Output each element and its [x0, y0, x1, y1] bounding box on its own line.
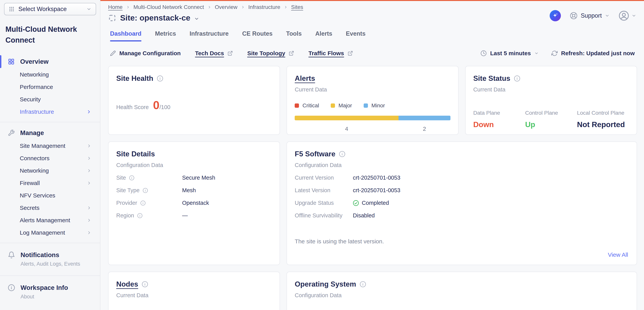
info-icon[interactable] — [514, 75, 520, 82]
tech-docs-link[interactable]: Tech Docs — [195, 50, 233, 56]
sidebar-item-label: Log Management — [20, 230, 65, 236]
sidebar-item-notifications[interactable]: Notifications Alerts, Audit Logs, Events — [0, 247, 100, 272]
tab-metrics[interactable]: Metrics — [155, 30, 176, 42]
current-version-row: Current Version crt-20250701-0053 — [295, 174, 629, 181]
info-icon[interactable] — [339, 151, 346, 157]
control-plane-status: Up — [525, 120, 577, 129]
sidebar-item-label: Secrets — [20, 204, 40, 211]
minor-count: 2 — [398, 126, 450, 132]
breadcrumb-overview[interactable]: Overview — [215, 4, 238, 10]
site-status-title: Site Status — [473, 74, 510, 82]
sidebar-item-networking-manage[interactable]: Networking — [0, 164, 100, 177]
alerts-bar-labels: 4 2 — [295, 126, 450, 132]
operating-system-title: Operating System — [295, 280, 356, 288]
current-version-value: crt-20250701-0053 — [353, 174, 400, 181]
sidebar-item-firewall[interactable]: Firewall — [0, 177, 100, 189]
breadcrumb: Home Multi-Cloud Network Connect Overvie… — [108, 4, 303, 10]
sidebar-item-infrastructure[interactable]: Infrastructure — [0, 106, 100, 118]
sidebar-item-label: NFV Services — [20, 192, 55, 199]
sidebar-item-security[interactable]: Security — [0, 93, 100, 106]
sidebar-item-site-management[interactable]: Site Management — [0, 140, 100, 152]
header-actions: Support — [550, 9, 636, 22]
sidebar-section-manage[interactable]: Manage — [0, 126, 100, 140]
page-title: Site: openstack-ce — [120, 13, 190, 22]
tab-events[interactable]: Events — [346, 30, 366, 42]
legend-label: Major — [338, 102, 352, 109]
workspace-selector[interactable]: Select Workspace — [4, 3, 96, 15]
notifications-subtitle: Alerts, Audit Logs, Events — [20, 261, 80, 267]
sidebar-item-label: Alerts Management — [20, 217, 70, 224]
traffic-flows-label: Traffic Flows — [308, 50, 344, 56]
tab-ce-routes[interactable]: CE Routes — [242, 30, 272, 42]
info-icon[interactable] — [142, 281, 148, 288]
offline-survivability-label: Offline Survivability — [295, 212, 353, 219]
info-icon[interactable] — [137, 213, 142, 218]
tab-infrastructure[interactable]: Infrastructure — [190, 30, 228, 42]
data-plane: Data Plane Down — [473, 110, 525, 129]
minor-swatch — [364, 104, 368, 108]
time-range-selector[interactable]: Last 5 minutes — [480, 50, 538, 56]
info-icon[interactable] — [140, 200, 146, 206]
breadcrumb-mcn[interactable]: Multi-Cloud Network Connect — [134, 4, 204, 10]
info-icon[interactable] — [360, 281, 366, 288]
chevron-down-icon — [86, 6, 92, 12]
alerts-title-link[interactable]: Alerts — [295, 74, 315, 82]
current-version-label: Current Version — [295, 174, 353, 181]
major-count: 4 — [295, 126, 398, 132]
provider-row: Provider Openstack — [116, 200, 272, 206]
sidebar-item-secrets[interactable]: Secrets — [0, 202, 100, 214]
traffic-flows-link[interactable]: Traffic Flows — [308, 50, 353, 56]
bell-icon — [8, 251, 15, 267]
upgrade-completed-icon — [353, 200, 359, 206]
dashboard-toolbar: Manage Configuration Tech Docs Site Topo… — [100, 50, 644, 56]
site-health-card: Site Health Health Score 0 /100 — [108, 66, 280, 135]
chevron-right-icon — [87, 156, 92, 160]
major-bar-segment[interactable] — [295, 116, 398, 120]
sidebar-item-log-management[interactable]: Log Management — [0, 226, 100, 239]
local-control-plane-label: Local Control Plane — [577, 110, 629, 116]
tab-tools[interactable]: Tools — [286, 30, 302, 42]
sidebar-section-overview[interactable]: Overview — [0, 55, 100, 68]
provider-label: Provider — [116, 200, 137, 206]
info-icon[interactable] — [142, 188, 148, 193]
ai-assistant-button[interactable] — [550, 10, 561, 21]
sidebar-item-workspace-info[interactable]: Workspace Info About — [0, 280, 100, 304]
health-score-max: /100 — [160, 104, 170, 110]
site-details-title: Site Details — [116, 150, 155, 158]
control-plane-label: Control Plane — [525, 110, 577, 116]
refresh-button[interactable]: Refresh: Updated just now — [552, 50, 635, 56]
breadcrumb-sites[interactable]: Sites — [291, 4, 303, 10]
sidebar-item-connectors[interactable]: Connectors — [0, 152, 100, 164]
chevron-right-icon — [87, 218, 92, 222]
alerts-legend: Critical Major Minor — [295, 102, 450, 109]
sidebar-divider — [0, 276, 100, 276]
manage-configuration-button[interactable]: Manage Configuration — [110, 50, 181, 56]
upgrade-status-label: Upgrade Status — [295, 200, 353, 206]
tab-alerts[interactable]: Alerts — [315, 30, 332, 42]
info-icon[interactable] — [157, 75, 163, 82]
user-avatar-icon — [618, 10, 629, 21]
chevron-down-icon[interactable] — [194, 16, 199, 21]
sidebar-item-networking[interactable]: Networking — [0, 68, 100, 81]
latest-version-label: Latest Version — [295, 187, 353, 194]
minor-bar-segment[interactable] — [398, 116, 450, 120]
user-menu[interactable] — [618, 10, 636, 21]
sidebar-item-performance[interactable]: Performance — [0, 81, 100, 93]
info-icon[interactable] — [129, 175, 134, 180]
chevron-down-icon — [632, 13, 636, 18]
overview-grid-icon — [8, 58, 15, 65]
support-menu[interactable]: Support — [570, 12, 610, 20]
nodes-title-link[interactable]: Nodes — [116, 280, 138, 288]
site-topology-link[interactable]: Site Topology — [247, 50, 294, 56]
view-all-link[interactable]: View All — [608, 252, 628, 258]
latest-version-value: crt-20250701-0053 — [353, 187, 400, 194]
notifications-title: Notifications — [20, 251, 80, 259]
sidebar-item-nfv-services[interactable]: NFV Services — [0, 189, 100, 202]
info-icon — [8, 284, 15, 300]
breadcrumb-home[interactable]: Home — [108, 4, 123, 10]
sidebar-item-alerts-management[interactable]: Alerts Management — [0, 214, 100, 226]
f5-software-title: F5 Software — [295, 150, 335, 158]
alerts-stacked-bar[interactable] — [295, 116, 450, 120]
tab-dashboard[interactable]: Dashboard — [110, 30, 142, 42]
breadcrumb-infrastructure[interactable]: Infrastructure — [248, 4, 280, 10]
